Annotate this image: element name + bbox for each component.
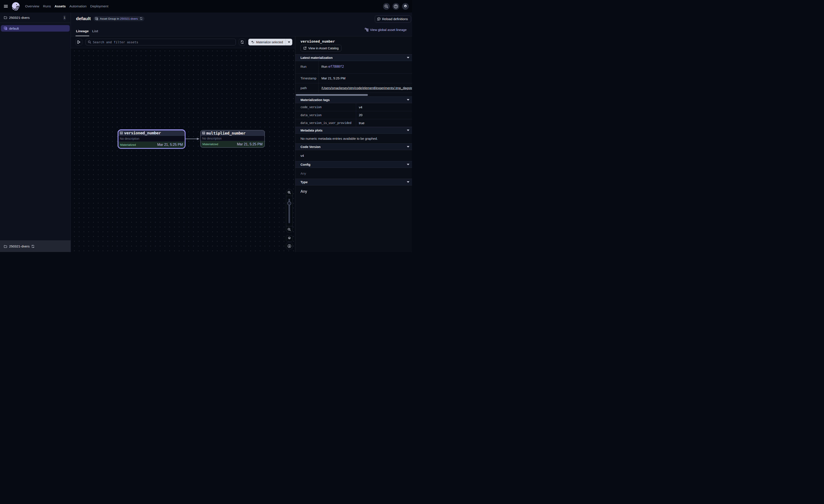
horizontal-scrollbar[interactable] — [296, 94, 368, 96]
recenter-button[interactable] — [286, 243, 293, 249]
section-config[interactable]: Config — [295, 161, 412, 168]
section-latest-materialization[interactable]: Latest materialization — [295, 54, 412, 61]
latest-materialization-table: Run Run ef7800f2 Timestamp Mar 21, 5:25 … — [295, 61, 412, 93]
materialize-selected-split-button: Materialize selected — [248, 39, 292, 45]
sidebar-repo-row[interactable]: 250321-dvers 1 — [0, 13, 71, 23]
expand-panel-button[interactable] — [76, 39, 82, 45]
section-type[interactable]: Type — [295, 179, 412, 185]
chevron-down-icon — [407, 164, 409, 165]
chevron-down-icon — [407, 57, 409, 58]
nav-item-overview[interactable]: Overview — [25, 4, 39, 8]
node-name: multiplied_number — [206, 131, 245, 135]
zoom-out-icon — [288, 228, 291, 231]
top-nav: Overview Runs Assets Automation Deployme… — [0, 0, 412, 13]
reload-definitions-button[interactable]: Reload definitions — [375, 15, 411, 23]
chevron-down-icon — [407, 99, 409, 101]
section-code-version[interactable]: Code Version — [295, 143, 412, 150]
table-row: Run Run ef7800f2 — [295, 61, 412, 73]
sync-icon[interactable] — [31, 245, 35, 248]
node-description: No description — [118, 136, 185, 142]
asset-group-icon — [95, 17, 98, 20]
section-metadata-plots[interactable]: Metadata plots — [295, 127, 412, 134]
tag-key: data_version_is_user_provided — [295, 119, 356, 127]
node-status: Materialized — [120, 143, 136, 146]
zoom-in-icon — [288, 191, 291, 194]
refresh-button[interactable] — [239, 39, 245, 45]
sidebar-item-default[interactable]: default — [1, 25, 70, 31]
sidebar-repo-label: 250321-dvers — [9, 16, 30, 20]
section-materialization-tags[interactable]: Materialization tags — [295, 97, 412, 103]
zoom-in-button[interactable] — [286, 189, 293, 196]
help-button[interactable] — [393, 3, 399, 10]
asset-groups-sidebar: 250321-dvers 1 default 250321-dvers — [0, 13, 71, 252]
view-in-asset-catalog-button[interactable]: View in Asset Catalog — [301, 45, 341, 51]
asset-group-repo-link[interactable]: 250321-dvers — [120, 17, 138, 20]
sidebar-footer-repo[interactable]: 250321-dvers — [0, 241, 71, 252]
chevron-down-icon — [407, 181, 409, 183]
expand-panel-icon — [77, 40, 81, 44]
table-row: path /Users/smackesey/stm/code/elementl/… — [295, 83, 412, 93]
graph-toolbar: Materialize selected — [71, 36, 295, 48]
chevron-down-icon — [288, 41, 290, 43]
materialize-selected-button[interactable]: Materialize selected — [248, 39, 286, 45]
node-name: versioned_number — [124, 131, 161, 135]
row-label: path — [295, 83, 318, 93]
dagster-logo-icon[interactable] — [12, 1, 20, 11]
reload-package-icon — [377, 17, 381, 21]
table-icon — [120, 132, 123, 135]
node-description: No description — [201, 136, 264, 141]
folder-icon — [4, 245, 7, 248]
page-header: default Asset Group in 250321-dvers Relo… — [71, 13, 412, 36]
help-icon — [394, 4, 398, 8]
timestamp-value: Mar 21, 5:25 PM — [318, 73, 412, 83]
run-link[interactable]: ef7800f2 — [328, 65, 344, 69]
gear-icon — [403, 4, 407, 8]
materialize-options-button[interactable] — [286, 39, 292, 45]
row-label: Timestamp — [295, 73, 318, 83]
external-link-icon — [303, 46, 307, 50]
table-row: data_version 20 — [295, 111, 412, 119]
node-status: Materialized — [202, 143, 218, 146]
nav-item-assets[interactable]: Assets — [55, 4, 66, 8]
config-value: Any — [295, 168, 412, 179]
sidebar-footer-label: 250321-dvers — [9, 244, 30, 248]
chevron-down-icon — [407, 146, 409, 147]
sync-icon[interactable] — [140, 17, 143, 20]
node-timestamp: Mar 21, 5:25 PM — [157, 143, 183, 147]
asset-node-multiplied-number[interactable]: multiplied_number No description Materia… — [200, 130, 265, 148]
primary-nav: Overview Runs Assets Automation Deployme… — [25, 4, 108, 8]
asset-details-panel: versioned_number View in Asset Catalog L… — [295, 36, 412, 252]
zoom-slider-thumb[interactable] — [287, 202, 291, 205]
nav-item-deployment[interactable]: Deployment — [90, 4, 108, 8]
lineage-canvas[interactable]: versioned_number No description Material… — [71, 48, 295, 252]
view-global-asset-lineage-link[interactable]: View global asset lineage — [365, 28, 407, 31]
table-row: data_version_is_user_provided true — [295, 119, 412, 127]
page-title: default — [76, 16, 91, 21]
tag-value: true — [356, 119, 412, 127]
tab-lineage[interactable]: Lineage — [76, 29, 89, 36]
asset-group-badge: Asset Group in 250321-dvers — [94, 16, 144, 21]
table-icon — [202, 132, 205, 135]
node-timestamp: Mar 21, 5:25 PM — [237, 142, 263, 146]
nav-item-runs[interactable]: Runs — [43, 4, 51, 8]
panel-sections: Latest materialization Run Run ef7800f2 … — [295, 54, 412, 198]
refresh-icon — [240, 40, 244, 44]
menu-button[interactable] — [0, 0, 12, 13]
topnav-actions — [383, 3, 409, 10]
tag-value: v4 — [356, 103, 412, 111]
search-input[interactable] — [93, 40, 223, 44]
download-circle-icon — [288, 244, 291, 248]
edge-arrow — [184, 137, 200, 141]
table-row: code_version v4 — [295, 103, 412, 111]
graph-settings-button[interactable] — [286, 235, 293, 242]
tab-list[interactable]: List — [92, 29, 98, 36]
path-value: /Users/smackesey/stm/code/elementl/exper… — [318, 83, 412, 93]
nav-item-automation[interactable]: Automation — [69, 4, 86, 8]
asset-node-versioned-number-selected[interactable]: versioned_number No description Material… — [118, 129, 186, 149]
zoom-out-button[interactable] — [286, 226, 293, 233]
asset-group-badge-text: Asset Group in 250321-dvers — [100, 17, 138, 20]
settings-button[interactable] — [402, 3, 409, 10]
metadata-plots-empty: No numeric metadata entries available to… — [295, 134, 412, 143]
search-button[interactable] — [383, 3, 390, 10]
path-link[interactable]: /Users/smackesey/stm/code/elementl/exper… — [321, 86, 412, 90]
